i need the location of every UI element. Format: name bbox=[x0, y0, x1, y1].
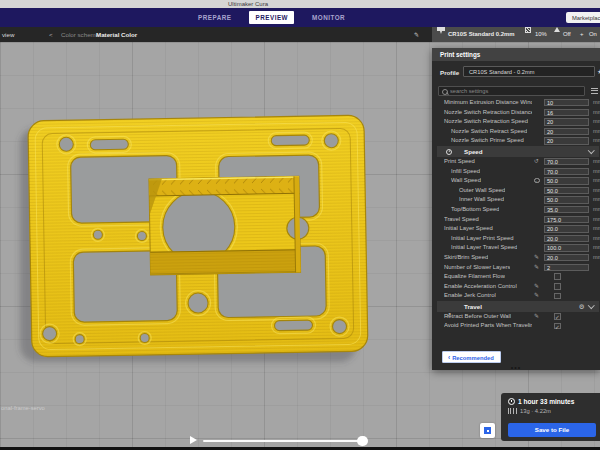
print-settings-panel: Print settings Profile CR10S Standard - … bbox=[432, 48, 600, 370]
setting-label: Nozzle Switch Retraction Distance bbox=[444, 108, 532, 118]
settings-row[interactable]: Avoid Printed Parts When Traveling✓ bbox=[432, 321, 600, 331]
config-bar[interactable]: CR10S Standard 0.2mm 10% Off + On bbox=[432, 27, 600, 42]
value-input[interactable]: 2 bbox=[544, 264, 589, 271]
settings-row[interactable]: Enable Acceleration Control✎ bbox=[432, 282, 600, 292]
settings-section-speed[interactable]: Speed bbox=[437, 146, 599, 157]
filament-spool-icon bbox=[508, 408, 517, 414]
panel-footer: ‹Recommended ••• bbox=[432, 348, 600, 370]
value-input[interactable]: 20 bbox=[544, 128, 589, 135]
value-input[interactable]: 20.0 bbox=[544, 235, 589, 242]
settings-row[interactable]: Inner Wall Speed50.0mm/s bbox=[432, 195, 600, 205]
settings-rows: Minimum Extrusion Distance Window10mmNoz… bbox=[432, 98, 600, 331]
tab-preview[interactable]: PREVIEW bbox=[249, 11, 294, 24]
search-placeholder: search settings bbox=[450, 87, 488, 96]
settings-row[interactable]: Travel Speed175.0mm/s bbox=[432, 215, 600, 225]
simulation-slider-handle[interactable] bbox=[357, 436, 368, 447]
value-input[interactable]: 20.0 bbox=[544, 225, 589, 232]
profile-dropdown[interactable]: CR10S Standard - 0.2mm bbox=[463, 66, 595, 77]
settings-row[interactable]: Nozzle Switch Retraction Distance16mm bbox=[432, 108, 600, 118]
chevron-down-icon bbox=[588, 302, 594, 308]
printer-profile[interactable]: CR10S Standard 0.2mm bbox=[448, 27, 514, 42]
value-input[interactable]: 50.0 bbox=[544, 187, 589, 194]
value-input[interactable]: 20 bbox=[544, 118, 589, 125]
value-input[interactable]: 16 bbox=[544, 109, 589, 116]
checkbox[interactable]: ✓ bbox=[554, 313, 561, 320]
setting-label: Nozzle Switch Retraction Speed bbox=[444, 117, 528, 127]
value-unit: mm/s bbox=[593, 186, 600, 196]
setting-label: Outer Wall Speed bbox=[459, 186, 505, 196]
value-input[interactable]: 20 bbox=[544, 137, 589, 144]
gear-icon[interactable]: ⚙ bbox=[579, 301, 585, 312]
settings-row[interactable]: Print Speed↺70.0mm/s bbox=[432, 157, 600, 167]
recommended-button[interactable]: ‹Recommended bbox=[442, 351, 501, 363]
value-input[interactable]: 100.0 bbox=[544, 244, 589, 251]
tab-prepare[interactable]: PREPARE bbox=[192, 11, 237, 24]
value-unit: mm/s bbox=[593, 234, 600, 244]
value-input[interactable]: 70.0 bbox=[544, 158, 589, 165]
printhead-icon bbox=[484, 427, 491, 434]
settings-row[interactable]: Equalize Filament Flow bbox=[432, 272, 600, 282]
value-input[interactable]: 20.0 bbox=[544, 254, 589, 261]
panel-resize-handle[interactable]: ••• bbox=[511, 365, 521, 370]
settings-row[interactable]: Infill Speed70.0mm/s bbox=[432, 167, 600, 177]
value-input[interactable]: 50.0 bbox=[544, 177, 589, 184]
settings-filter-icon[interactable] bbox=[591, 88, 598, 94]
settings-row[interactable]: Nozzle Switch Retraction Speed20mm/s bbox=[432, 117, 600, 127]
back-chevron-icon[interactable]: < bbox=[49, 27, 53, 42]
marketplace-button[interactable]: Marketplace bbox=[566, 12, 600, 23]
printhead-toggle-button[interactable] bbox=[480, 423, 495, 438]
value-unit: mm/s bbox=[593, 167, 600, 177]
setting-label: Skirt/Brim Speed bbox=[444, 253, 488, 263]
setting-label: Infill Speed bbox=[451, 167, 480, 177]
travel-icon bbox=[446, 303, 452, 309]
chevron-down-icon bbox=[588, 147, 594, 153]
settings-row[interactable]: Initial Layer Speed20.0mm/s bbox=[432, 224, 600, 234]
settings-row[interactable]: Nozzle Switch Retract Speed20mm/s bbox=[432, 127, 600, 137]
value-unit: mm/s bbox=[593, 253, 600, 263]
value-unit: mm/s bbox=[593, 195, 600, 205]
checkbox[interactable]: ✓ bbox=[554, 323, 561, 330]
simulation-slider-track[interactable] bbox=[203, 440, 367, 442]
adhesion-value[interactable]: On bbox=[589, 27, 597, 42]
value-input[interactable]: 70.0 bbox=[544, 168, 589, 175]
settings-row[interactable]: Minimum Extrusion Distance Window10mm bbox=[432, 98, 600, 108]
window-titlebar: Ultimaker Cura bbox=[0, 0, 600, 8]
settings-row[interactable]: Skirt/Brim Speed✎20.0mm/s bbox=[432, 253, 600, 263]
setting-label: Print Speed bbox=[444, 157, 475, 167]
settings-row[interactable]: Initial Layer Travel Speed100.0mm/s bbox=[432, 243, 600, 253]
clock-icon bbox=[508, 398, 515, 405]
search-input[interactable]: search settings bbox=[438, 86, 585, 96]
value-input[interactable]: 50.0 bbox=[544, 196, 589, 203]
reset-icon[interactable]: ↺ bbox=[531, 157, 542, 167]
pencil-icon[interactable]: ✎ bbox=[414, 27, 419, 42]
settings-row[interactable]: Outer Wall Speed50.0mm/s bbox=[432, 186, 600, 196]
value-input[interactable]: 35.0 bbox=[544, 206, 589, 213]
value-input[interactable]: 10 bbox=[544, 99, 589, 106]
save-to-file-button[interactable]: Save to File bbox=[508, 423, 596, 437]
play-button[interactable] bbox=[190, 436, 197, 444]
settings-row[interactable]: Top/Bottom Speed35.0mm/s bbox=[432, 205, 600, 215]
checkbox[interactable] bbox=[554, 283, 561, 290]
adhesion-icon: + bbox=[580, 27, 583, 42]
settings-row[interactable]: Nozzle Switch Prime Speed20mm/s bbox=[432, 136, 600, 146]
setting-label: Nozzle Switch Prime Speed bbox=[451, 136, 524, 146]
view-mode-dropdown[interactable]: view bbox=[2, 27, 14, 42]
settings-row[interactable]: Initial Layer Print Speed20.0mm/s bbox=[432, 234, 600, 244]
value-unit: mm/s bbox=[593, 224, 600, 234]
settings-row[interactable]: Enable Jerk Control✎ bbox=[432, 291, 600, 301]
value-input[interactable]: 175.0 bbox=[544, 216, 589, 223]
infill-value[interactable]: 10% bbox=[535, 27, 547, 42]
setting-label: Initial Layer Travel Speed bbox=[451, 243, 517, 253]
support-value[interactable]: Off bbox=[563, 27, 571, 42]
tab-monitor[interactable]: MONITOR bbox=[306, 11, 351, 24]
settings-row[interactable]: Wall Speedi50.0mm/s bbox=[432, 176, 600, 186]
checkbox[interactable] bbox=[554, 273, 561, 280]
color-scheme-dropdown[interactable]: Material Color bbox=[96, 27, 137, 42]
settings-row[interactable]: Number of Slower Layers✎2 bbox=[432, 263, 600, 273]
setting-label: Initial Layer Speed bbox=[444, 224, 493, 234]
checkbox[interactable] bbox=[554, 293, 561, 300]
material-usage: 13g · 4.22m bbox=[520, 408, 551, 414]
settings-row[interactable]: Retract Before Outer Wall✎✓ bbox=[432, 312, 600, 322]
value-unit: mm/s bbox=[593, 176, 600, 186]
settings-section-travel[interactable]: Travel⚙ bbox=[437, 301, 599, 312]
